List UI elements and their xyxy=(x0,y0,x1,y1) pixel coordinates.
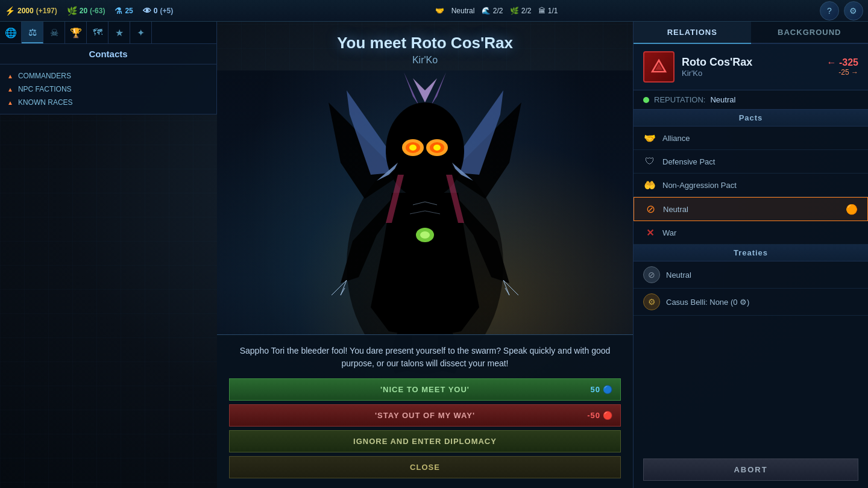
pact-alliance[interactable]: 🤝 Alliance xyxy=(634,127,868,150)
entity-info: Roto Cos'Rax Kir'Ko xyxy=(682,56,752,78)
pact-label: Alliance xyxy=(662,134,858,143)
contacts-sidebar: 🌐 ⚖ ☠ 🏆 🗺 ★ ✦ Contacts ▲ COMMANDERS ▲ NP… xyxy=(0,22,217,114)
list-item[interactable]: ▲ COMMANDERS xyxy=(7,69,209,83)
meet-subtitle: Kir'Ko xyxy=(217,55,633,66)
treaty-label: Casus Belli: None (0 ⚙) xyxy=(666,298,749,307)
list-item[interactable]: ▲ NPC FACTIONS xyxy=(7,83,209,96)
pact-defensive[interactable]: 🛡 Defensive Pact xyxy=(634,150,868,174)
rep-indicator xyxy=(643,97,649,103)
sidebar-tab-star[interactable]: ★ xyxy=(108,22,130,43)
sidebar-tab-cross[interactable]: ✦ xyxy=(130,22,152,43)
sidebar-tab-trophy[interactable]: 🏆 xyxy=(65,22,87,43)
treaty-casus-belli[interactable]: ⚙ Casus Belli: None (0 ⚙) xyxy=(634,289,868,316)
energy-icon: ⚡ xyxy=(5,6,15,16)
hud-stats: ⚡ 2000 (+197) 🌿 20 (-63) ⚗ 25 👁 0 (+5) xyxy=(5,6,173,16)
pact-label: Defensive Pact xyxy=(662,157,858,166)
influence-stat: 👁 0 (+5) xyxy=(143,6,173,16)
entity-header: Roto Cos'Rax Kir'Ko ← -325 -25 → xyxy=(634,44,868,90)
stay-out-button[interactable]: 'STAY OUT OF MY WAY' -50 🔴 xyxy=(229,404,621,427)
right-panel: RELATIONS BACKGROUND Roto Cos'Rax Kir'Ko… xyxy=(633,22,868,488)
diplomacy-icon: 🤝 xyxy=(435,7,444,15)
contacts-title: Contacts xyxy=(0,44,216,64)
influence-icon: 👁 xyxy=(143,6,151,16)
arrow-icon: ▲ xyxy=(7,73,13,80)
reputation-row: REPUTATION: Neutral xyxy=(634,90,868,110)
right-tab-bar: RELATIONS BACKGROUND xyxy=(634,22,868,44)
cost-icon: 🔵 xyxy=(603,385,613,394)
svg-point-6 xyxy=(409,145,417,151)
meet-title: You meet Roto Cos'Rax xyxy=(217,34,633,52)
center-area: You meet Roto Cos'Rax Kir'Ko xyxy=(217,22,633,488)
neutral-status-icon: 🟠 xyxy=(846,204,858,215)
war-icon: ✕ xyxy=(643,226,656,239)
pact-label: War xyxy=(662,228,858,237)
nice-to-meet-button[interactable]: 'NICE TO MEET YOU' 50 🔵 xyxy=(229,378,621,401)
sidebar-tab-map[interactable]: 🗺 xyxy=(87,22,108,43)
rep-value: Neutral xyxy=(710,95,735,104)
alliance-icon: 🤝 xyxy=(643,131,656,145)
treaty-neutral: ⊘ Neutral xyxy=(634,261,868,289)
alien-portrait xyxy=(292,70,558,380)
pacts-section-header: Pacts xyxy=(634,110,868,127)
svg-point-9 xyxy=(420,231,430,239)
score-change: -25 → xyxy=(827,68,858,77)
top-hud: ⚡ 2000 (+197) 🌿 20 (-63) ⚗ 25 👁 0 (+5) 🤝… xyxy=(0,0,868,22)
contacts-list: ▲ COMMANDERS ▲ NPC FACTIONS ▲ KNOWN RACE… xyxy=(0,64,216,114)
arrow-icon: ▲ xyxy=(7,86,13,93)
neutral-pact-icon: ⊘ xyxy=(644,202,657,216)
hud-center: 🤝 Neutral 🌊 2/2 🌿 2/2 🏛 1/1 xyxy=(435,7,558,15)
abort-section: ABORT xyxy=(634,451,868,488)
non-aggression-icon: 🤲 xyxy=(643,178,656,192)
pact-non-aggression[interactable]: 🤲 Non-Aggression Pact xyxy=(634,174,868,197)
settings-button[interactable]: ⚙ xyxy=(844,1,863,20)
help-button[interactable]: ? xyxy=(820,1,839,20)
list-item[interactable]: ▲ KNOWN RACES xyxy=(7,96,209,109)
defensive-icon: 🛡 xyxy=(643,155,656,168)
sidebar-tab-faction[interactable]: ☠ xyxy=(43,22,65,43)
science-stat: ⚗ 25 xyxy=(115,6,133,16)
abort-button[interactable]: ABORT xyxy=(643,458,858,481)
pact-label: Non-Aggression Pact xyxy=(662,181,858,190)
science-icon: ⚗ xyxy=(115,6,122,16)
dialog-buttons: 'NICE TO MEET YOU' 50 🔵 'STAY OUT OF MY … xyxy=(229,378,621,478)
sidebar-tab-globe[interactable]: 🌐 xyxy=(0,22,22,43)
entity-race: Kir'Ko xyxy=(682,69,752,78)
treaties-section-header: Treaties xyxy=(634,245,868,261)
enter-diplomacy-button[interactable]: IGNORE AND ENTER DIPLOMACY xyxy=(229,430,621,452)
food-stat: 🌿 20 (-63) xyxy=(67,6,105,16)
hostile-cost-icon: 🔴 xyxy=(603,411,613,420)
sidebar-tab-diplomacy[interactable]: ⚖ xyxy=(22,22,43,43)
entity-score: ← -325 -25 → xyxy=(827,57,858,77)
close-button[interactable]: CLOSE xyxy=(229,456,621,478)
pact-label: Neutral xyxy=(663,205,840,214)
meet-title-area: You meet Roto Cos'Rax Kir'Ko xyxy=(217,22,633,70)
rep-label: REPUTATION: xyxy=(654,95,705,104)
pact-neutral[interactable]: ⊘ Neutral 🟠 xyxy=(634,197,868,221)
tab-relations[interactable]: RELATIONS xyxy=(634,22,751,44)
arrow-icon: ▲ xyxy=(7,99,13,106)
dialog-text: Sappho Tori the bleeder fool! You dare p… xyxy=(229,345,621,370)
hostile-cost: -50 🔴 xyxy=(587,411,613,420)
score-value: ← -325 xyxy=(827,57,858,68)
entity-name: Roto Cos'Rax xyxy=(682,56,752,69)
treaty-label: Neutral xyxy=(666,271,691,280)
casus-belli-icon: ⚙ xyxy=(643,293,660,310)
tab-background[interactable]: BACKGROUND xyxy=(751,22,869,44)
sidebar-tab-bar: 🌐 ⚖ ☠ 🏆 🗺 ★ ✦ xyxy=(0,22,216,44)
energy-stat: ⚡ 2000 (+197) xyxy=(5,6,57,16)
treaty-neutral-icon: ⊘ xyxy=(643,266,660,283)
dialog-box: Sappho Tori the bleeder fool! You dare p… xyxy=(217,334,633,488)
hud-right: ? ⚙ xyxy=(820,1,863,20)
entity-icon xyxy=(643,51,675,83)
pact-war[interactable]: ✕ War xyxy=(634,221,868,245)
nice-cost: 50 🔵 xyxy=(591,385,613,394)
food-icon: 🌿 xyxy=(67,6,77,16)
svg-point-7 xyxy=(433,145,441,151)
